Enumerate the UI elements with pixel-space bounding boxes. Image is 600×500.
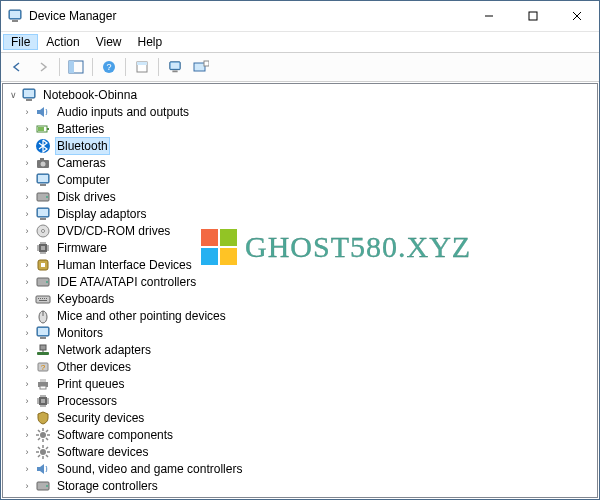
expand-icon[interactable]: › xyxy=(21,106,33,118)
svg-rect-44 xyxy=(137,62,147,65)
expand-icon[interactable]: › xyxy=(21,463,33,475)
tree-item-label: Audio inputs and outputs xyxy=(55,104,191,120)
tree-item[interactable]: ›Processors xyxy=(5,392,597,409)
tree-root-label: Notebook-Obinna xyxy=(41,87,139,103)
expand-icon[interactable]: › xyxy=(21,327,33,339)
tree-item[interactable]: ›Firmware xyxy=(5,239,597,256)
minimize-button[interactable] xyxy=(467,1,511,31)
tree-item-label: Keyboards xyxy=(55,291,116,307)
tree-item[interactable]: ›System devices xyxy=(5,494,597,497)
system-icon xyxy=(35,495,51,498)
expand-icon[interactable]: › xyxy=(21,123,33,135)
app-icon xyxy=(7,8,23,24)
tree-item[interactable]: ›Display adaptors xyxy=(5,205,597,222)
tree-item[interactable]: ›Print queues xyxy=(5,375,597,392)
expand-icon[interactable]: › xyxy=(21,412,33,424)
tree-item[interactable]: ›Computer xyxy=(5,171,597,188)
software-icon xyxy=(35,444,51,460)
tree-item-label: DVD/CD-ROM drives xyxy=(55,223,172,239)
monitor-icon xyxy=(35,206,51,222)
tree-item[interactable]: ›IDE ATA/ATAPI controllers xyxy=(5,273,597,290)
tree-item-label: Other devices xyxy=(55,359,133,375)
tree-item[interactable]: ›Monitors xyxy=(5,324,597,341)
expand-icon[interactable]: › xyxy=(21,174,33,186)
expand-icon[interactable]: › xyxy=(21,140,33,152)
tree-item-label: Batteries xyxy=(55,121,106,137)
tree-item[interactable]: ›Sound, video and game controllers xyxy=(5,460,597,477)
expand-icon[interactable]: › xyxy=(21,259,33,271)
other-icon xyxy=(35,359,51,375)
monitor-icon xyxy=(35,172,51,188)
expand-icon[interactable]: › xyxy=(21,446,33,458)
expand-icon[interactable]: › xyxy=(21,157,33,169)
hid-icon xyxy=(35,257,51,273)
tree-item-label: Disk drives xyxy=(55,189,118,205)
close-button[interactable] xyxy=(555,1,599,31)
expand-icon[interactable]: › xyxy=(21,395,33,407)
expand-icon[interactable]: › xyxy=(21,361,33,373)
tree-item-label: Mice and other pointing devices xyxy=(55,308,228,324)
expand-icon[interactable]: › xyxy=(21,344,33,356)
expand-icon[interactable]: › xyxy=(21,310,33,322)
tree-item[interactable]: ›Network adapters xyxy=(5,341,597,358)
content-area: ∨Notebook-Obinna›Audio inputs and output… xyxy=(2,83,598,498)
expand-icon[interactable]: › xyxy=(21,480,33,492)
device-tree[interactable]: ∨Notebook-Obinna›Audio inputs and output… xyxy=(3,84,597,497)
cpu-icon xyxy=(35,393,51,409)
speaker-icon xyxy=(35,461,51,477)
tree-item[interactable]: ›Human Interface Devices xyxy=(5,256,597,273)
add-legacy-hardware-button[interactable] xyxy=(189,55,213,79)
tree-item[interactable]: ›Software components xyxy=(5,426,597,443)
nav-back-button[interactable] xyxy=(5,55,29,79)
properties-button[interactable] xyxy=(130,55,154,79)
tree-item[interactable]: ›Batteries xyxy=(5,120,597,137)
menu-view[interactable]: View xyxy=(88,34,130,50)
menu-file[interactable]: File xyxy=(3,34,38,50)
ide-icon xyxy=(35,274,51,290)
expand-icon[interactable]: › xyxy=(21,497,33,498)
show-hide-console-button[interactable] xyxy=(64,55,88,79)
tree-item[interactable]: ›Cameras xyxy=(5,154,597,171)
expand-icon[interactable]: › xyxy=(21,429,33,441)
tree-item-label: Display adaptors xyxy=(55,206,148,222)
tree-item[interactable]: ›Bluetooth xyxy=(5,137,597,154)
tree-item[interactable]: ›Keyboards xyxy=(5,290,597,307)
menu-action[interactable]: Action xyxy=(38,34,87,50)
collapse-icon[interactable]: ∨ xyxy=(7,89,19,101)
tree-item-label: IDE ATA/ATAPI controllers xyxy=(55,274,198,290)
menu-help[interactable]: Help xyxy=(130,34,171,50)
tree-item[interactable]: ›Security devices xyxy=(5,409,597,426)
svg-rect-38 xyxy=(529,12,537,20)
printer-icon xyxy=(35,376,51,392)
tree-item[interactable]: ›DVD/CD-ROM drives xyxy=(5,222,597,239)
tree-item-label: Storage controllers xyxy=(55,478,160,494)
tree-item[interactable]: ›Software devices xyxy=(5,443,597,460)
help-button[interactable]: ? xyxy=(97,55,121,79)
tree-item-label: Bluetooth xyxy=(55,137,110,155)
expand-icon[interactable]: › xyxy=(21,225,33,237)
tree-item[interactable]: ›Disk drives xyxy=(5,188,597,205)
tree-item-label: Sound, video and game controllers xyxy=(55,461,244,477)
scan-hardware-button[interactable] xyxy=(163,55,187,79)
tree-item-label: Software devices xyxy=(55,444,150,460)
tree-item-label: System devices xyxy=(55,495,143,498)
expand-icon[interactable]: › xyxy=(21,242,33,254)
tree-item-label: Network adapters xyxy=(55,342,153,358)
titlebar[interactable]: Device Manager xyxy=(1,1,599,32)
expand-icon[interactable]: › xyxy=(21,191,33,203)
tree-item-label: Security devices xyxy=(55,410,146,426)
keyboard-icon xyxy=(35,291,51,307)
expand-icon[interactable]: › xyxy=(21,378,33,390)
tree-item[interactable]: ›Mice and other pointing devices xyxy=(5,307,597,324)
maximize-button[interactable] xyxy=(511,1,555,31)
tree-item[interactable]: ›Audio inputs and outputs xyxy=(5,103,597,120)
expand-icon[interactable]: › xyxy=(21,208,33,220)
tree-root[interactable]: ∨Notebook-Obinna xyxy=(5,86,597,103)
expand-icon[interactable]: › xyxy=(21,276,33,288)
expand-icon[interactable]: › xyxy=(21,293,33,305)
nav-forward-button[interactable] xyxy=(31,55,55,79)
monitor-icon xyxy=(35,325,51,341)
tree-item-label: Firmware xyxy=(55,240,109,256)
tree-item[interactable]: ›Other devices xyxy=(5,358,597,375)
tree-item[interactable]: ›Storage controllers xyxy=(5,477,597,494)
